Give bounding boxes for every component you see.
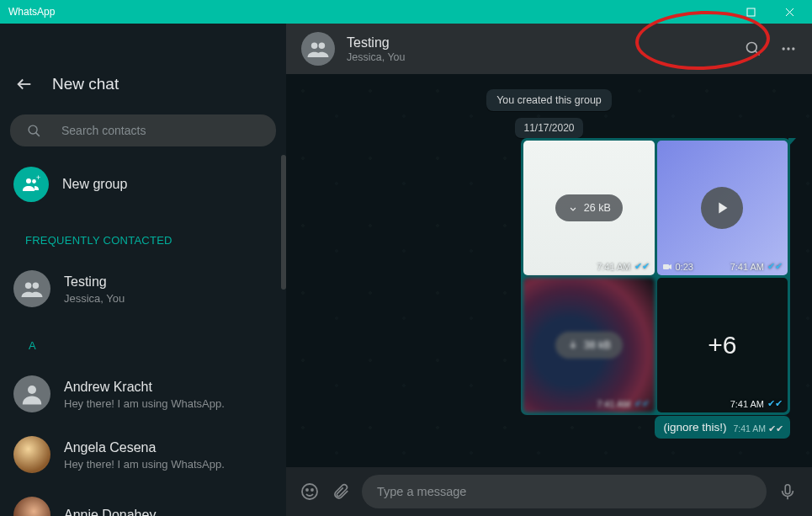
read-ticks-icon: ✔✔: [634, 398, 650, 409]
avatar: [13, 436, 50, 473]
play-icon[interactable]: [701, 187, 743, 229]
frequently-contacted-label: FREQUENTLY CONTACTED: [0, 214, 286, 258]
media-tile-video[interactable]: 0:23 7:41 AM✔✔: [657, 141, 788, 275]
svg-point-26: [311, 489, 313, 491]
chat-body[interactable]: You created this group 11/17/2020 26 kB …: [286, 74, 812, 467]
contact-row[interactable]: Andrew Kracht Hey there! I am using What…: [0, 364, 286, 424]
svg-rect-1: [747, 8, 755, 16]
window-controls: [693, 0, 809, 24]
outgoing-message-bubble[interactable]: (ignore this!) 7:41 AM✔✔: [655, 416, 790, 439]
letter-section-a: A: [0, 319, 286, 364]
attach-icon[interactable]: [332, 482, 350, 501]
download-pill[interactable]: 26 kB: [555, 194, 623, 221]
contact-status: Hey there! I am using WhatsApp.: [64, 397, 225, 410]
search-chat-icon[interactable]: [745, 40, 762, 57]
svg-text:+: +: [36, 174, 40, 182]
system-message: You created this group: [486, 89, 612, 111]
svg-point-25: [306, 489, 308, 491]
more-count: +6: [708, 331, 736, 359]
svg-rect-27: [785, 485, 790, 494]
emoji-icon[interactable]: [300, 481, 320, 502]
chat-header[interactable]: Testing Jessica, You: [286, 24, 812, 74]
contact-name: Angela Cesena: [64, 439, 225, 456]
svg-line-16: [756, 51, 760, 56]
svg-point-18: [787, 47, 789, 50]
svg-point-7: [26, 178, 31, 184]
message-text: (ignore this!): [663, 421, 726, 434]
chat-panel: Testing Jessica, You You created this gr…: [286, 24, 812, 516]
download-pill[interactable]: 38 kB: [555, 332, 623, 359]
download-icon: [567, 202, 579, 214]
svg-line-6: [36, 132, 40, 136]
search-placeholder: Search contacts: [61, 124, 146, 137]
svg-point-15: [747, 43, 757, 53]
message-input[interactable]: Type a message: [362, 475, 767, 508]
mic-icon[interactable]: [778, 482, 797, 501]
svg-point-11: [33, 283, 40, 290]
contact-name: Testing: [64, 274, 125, 290]
app-title: WhatsApp: [8, 6, 55, 18]
read-ticks-icon: ✔✔: [634, 261, 650, 272]
svg-point-13: [311, 43, 318, 50]
minimize-button[interactable]: [693, 0, 731, 24]
contacts-scroll[interactable]: + New group FREQUENTLY CONTACTED Testing…: [0, 155, 286, 516]
svg-point-10: [25, 283, 32, 290]
new-chat-panel: New chat Search contacts + New group FRE…: [0, 24, 286, 516]
back-arrow-icon[interactable]: [15, 75, 34, 93]
contact-row-testing[interactable]: Testing Jessica, You: [0, 258, 286, 319]
svg-point-19: [792, 47, 794, 50]
contact-row[interactable]: Annie Donahey: [0, 485, 286, 516]
download-icon: [567, 339, 579, 351]
date-pill: 11/17/2020: [515, 118, 582, 138]
avatar: [13, 497, 50, 516]
chat-avatar-icon: [301, 32, 335, 66]
contact-name: Andrew Kracht: [64, 379, 225, 396]
read-ticks-icon: ✔✔: [767, 398, 783, 409]
svg-point-12: [28, 386, 36, 394]
group-avatar-icon: [13, 270, 50, 307]
svg-point-5: [29, 125, 37, 134]
media-tile-more[interactable]: +6 7:41 AM✔✔: [657, 278, 788, 412]
menu-dots-icon[interactable]: [780, 40, 797, 57]
search-contacts-input[interactable]: Search contacts: [10, 114, 276, 146]
chat-title: Testing: [347, 35, 406, 51]
new-group-row[interactable]: + New group: [0, 155, 286, 214]
svg-marker-23: [669, 264, 671, 269]
new-group-icon: +: [13, 167, 49, 202]
contact-name: Annie Donahey: [64, 507, 156, 516]
media-tile-image[interactable]: 38 kB 7:41 AM✔✔: [523, 278, 655, 412]
read-ticks-icon: ✔✔: [768, 423, 783, 434]
panel-title: New chat: [52, 75, 119, 93]
message-placeholder: Type a message: [377, 485, 466, 498]
default-avatar-icon: [13, 375, 50, 412]
titlebar: WhatsApp: [0, 0, 812, 24]
svg-point-24: [302, 484, 317, 499]
media-message-bubble[interactable]: 26 kB 7:41 AM✔✔ 0:23: [521, 138, 790, 415]
chat-subtitle: Jessica, You: [347, 51, 406, 63]
contact-subtitle: Jessica, You: [64, 292, 125, 305]
new-group-label: New group: [62, 177, 127, 192]
media-tile-image[interactable]: 26 kB 7:41 AM✔✔: [523, 141, 655, 275]
compose-bar: Type a message: [286, 467, 812, 516]
svg-point-20: [567, 203, 578, 214]
svg-rect-22: [663, 264, 669, 269]
contact-status: Hey there! I am using WhatsApp.: [64, 458, 225, 471]
video-icon: [662, 262, 672, 272]
search-icon: [27, 124, 41, 138]
svg-point-14: [319, 43, 326, 50]
svg-marker-21: [719, 203, 728, 214]
close-button[interactable]: [770, 0, 809, 24]
maximize-button[interactable]: [731, 0, 770, 24]
contact-row[interactable]: Angela Cesena Hey there! I am using What…: [0, 424, 286, 485]
read-ticks-icon: ✔✔: [767, 261, 783, 272]
svg-point-17: [783, 47, 785, 50]
